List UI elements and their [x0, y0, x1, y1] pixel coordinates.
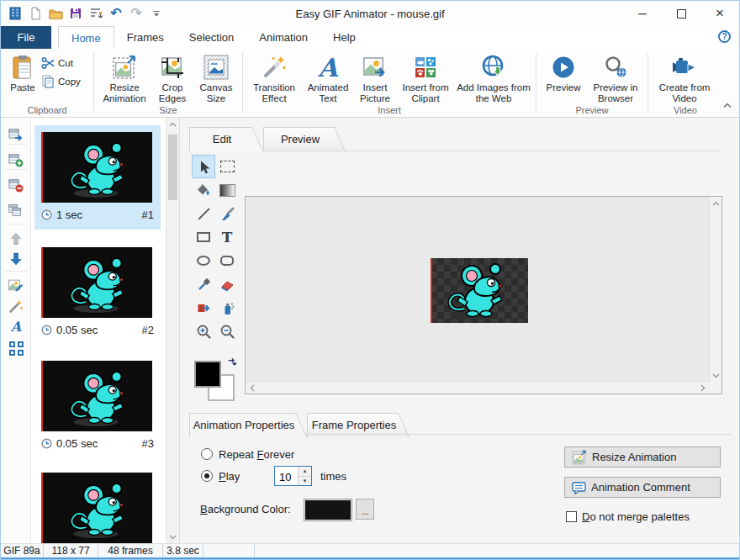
edit-canvas[interactable] — [245, 196, 722, 394]
edit-frame-icon[interactable] — [6, 276, 26, 296]
frame-item-4[interactable]: 0.05 sec #4 — [34, 466, 161, 544]
add-frame-icon[interactable] — [6, 150, 26, 170]
gif-image[interactable] — [431, 258, 528, 323]
spinner-up-icon[interactable]: ▲ — [299, 467, 311, 477]
ribbon-group-insert: Transition Effect A Animated Text Insert… — [245, 49, 534, 117]
fill-tool[interactable] — [193, 179, 214, 201]
minimize-icon[interactable]: – — [623, 1, 662, 26]
manage-frames-grid-icon[interactable] — [6, 338, 26, 358]
canvas-vertical-scrollbar[interactable] — [709, 197, 722, 382]
insert-picture-icon — [362, 52, 388, 82]
new-file-icon[interactable] — [26, 4, 45, 23]
text-tool-sidebar-icon[interactable]: A — [6, 316, 26, 336]
tab-help[interactable]: Help — [320, 26, 368, 49]
animation-comment-button[interactable]: Animation Comment — [564, 477, 721, 498]
scroll-right-icon[interactable] — [698, 382, 708, 394]
resize-animation-button[interactable]: Resize Animation — [98, 51, 151, 105]
ellipse-tool[interactable] — [193, 250, 214, 272]
line-tool[interactable] — [193, 203, 214, 225]
do-not-merge-palettes-checkbox[interactable] — [566, 511, 577, 522]
tab-animation-properties[interactable]: Animation Properties — [189, 413, 307, 437]
scroll-down-icon[interactable] — [710, 369, 722, 382]
save-icon[interactable] — [66, 4, 85, 23]
eyedropper-tool[interactable] — [193, 273, 214, 295]
animation-background-color-swatch[interactable] — [304, 499, 352, 521]
collapse-ribbon-icon[interactable] — [722, 97, 732, 112]
preview-button[interactable]: Preview — [540, 51, 587, 94]
create-from-video-button[interactable]: Create from Video — [652, 51, 717, 105]
marquee-tool[interactable] — [216, 156, 238, 177]
animated-text-button[interactable]: A Animated Text — [302, 51, 354, 105]
tab-selection[interactable]: Selection — [177, 26, 246, 49]
zoom-out-tool[interactable] — [216, 320, 238, 342]
zoom-in-tool[interactable] — [193, 320, 214, 342]
scroll-down-icon[interactable] — [166, 531, 179, 544]
canvas-size-button[interactable]: Canvas Size — [193, 51, 239, 105]
close-icon[interactable]: × — [700, 1, 739, 26]
add-images-from-web-button[interactable]: Add Images from the Web — [455, 51, 532, 105]
canvas-horizontal-scrollbar[interactable] — [246, 381, 710, 394]
tab-animation[interactable]: Animation — [246, 26, 320, 49]
tab-edit-preview[interactable]: Preview — [263, 127, 346, 151]
transition-effect-button[interactable]: Transition Effect — [246, 51, 302, 105]
frame-item-3[interactable]: 0.05 sec #3 — [34, 354, 161, 458]
resize-animation-panel-button[interactable]: Resize Animation — [564, 446, 721, 468]
spinner-down-icon[interactable]: ▼ — [299, 477, 311, 486]
tab-file[interactable]: File — [1, 26, 51, 49]
rectangle-tool[interactable] — [193, 226, 214, 248]
do-not-merge-palettes-label[interactable]: Do not merge palettes — [582, 510, 690, 523]
play-radio[interactable] — [201, 470, 213, 482]
repeat-forever-label[interactable]: Repeat Forever — [219, 448, 294, 461]
quick-access-more-icon[interactable] — [147, 4, 166, 23]
brush-tool[interactable] — [216, 203, 238, 225]
move-frame-down-icon[interactable] — [6, 249, 26, 269]
tab-frames[interactable]: Frames — [114, 26, 177, 49]
preview-in-browser-button[interactable]: Preview in Browser — [587, 51, 644, 105]
crop-edges-button[interactable]: Crop Edges — [151, 51, 193, 105]
rounded-rectangle-tool[interactable] — [216, 250, 238, 272]
text-tool[interactable]: T — [216, 226, 238, 248]
scroll-up-icon[interactable] — [710, 197, 722, 209]
play-times-spinner[interactable]: ▲ ▼ — [274, 466, 312, 486]
foreground-color-swatch[interactable] — [194, 361, 221, 388]
scroll-up-icon[interactable] — [166, 118, 179, 131]
paste-button[interactable]: Paste — [4, 51, 41, 94]
frame-thumbnail-2 — [41, 247, 152, 318]
help-icon[interactable]: ? — [718, 30, 731, 43]
repeat-forever-radio[interactable] — [201, 448, 213, 460]
ribbon-tab-row: File Home Frames Selection Animation Hel… — [1, 26, 739, 49]
move-frame-up-icon[interactable] — [6, 229, 26, 249]
scroll-thumb[interactable] — [168, 135, 177, 200]
select-tool[interactable] — [193, 156, 214, 177]
spray-tool[interactable] — [216, 297, 238, 319]
ribbon-group-label-insert: Insert — [245, 105, 534, 115]
eraser-tool[interactable] — [216, 273, 238, 295]
gradient-tool[interactable] — [216, 179, 238, 201]
background-color-browse-button[interactable]: ... — [356, 499, 374, 520]
play-label[interactable]: Play — [219, 470, 240, 483]
undo-icon[interactable]: ↶ — [107, 4, 125, 23]
optimize-icon[interactable] — [87, 4, 105, 23]
cut-button[interactable]: Cut — [41, 56, 81, 70]
redo-icon[interactable]: ↷ — [127, 4, 145, 23]
background-color-label: Background Color: — [200, 503, 291, 515]
swap-colors-icon[interactable] — [226, 357, 238, 372]
frames-scrollbar[interactable] — [166, 118, 179, 544]
effects-wand-icon[interactable] — [6, 296, 26, 316]
frame-item-1[interactable]: 1 sec #1 — [34, 125, 161, 230]
paste-icon — [11, 52, 34, 82]
maximize-icon[interactable] — [662, 1, 700, 26]
delete-frame-icon[interactable] — [6, 175, 26, 195]
tab-frame-properties[interactable]: Frame Properties — [307, 413, 410, 437]
insert-picture-button[interactable]: Insert Picture — [354, 51, 396, 105]
duplicate-frame-icon[interactable] — [6, 200, 26, 220]
tab-edit[interactable]: Edit — [189, 127, 263, 151]
open-file-icon[interactable] — [46, 4, 65, 23]
replace-color-tool[interactable] — [193, 297, 214, 319]
scroll-left-icon[interactable] — [247, 382, 257, 394]
copy-button[interactable]: Copy — [41, 75, 81, 88]
frame-item-2[interactable]: 0.05 sec #2 — [34, 240, 161, 345]
insert-from-clipart-button[interactable]: Insert from Clipart — [396, 51, 455, 105]
tab-home[interactable]: Home — [58, 26, 114, 49]
extract-frame-icon[interactable] — [6, 124, 26, 145]
